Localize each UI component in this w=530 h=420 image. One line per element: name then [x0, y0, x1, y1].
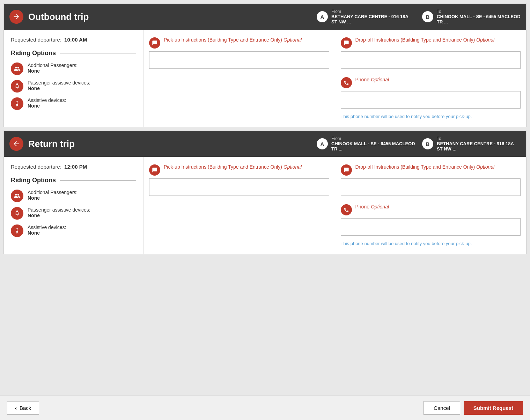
outbound-phone-input[interactable]: [341, 91, 521, 109]
return-dropoff-icon: [341, 164, 352, 176]
return-assistive-passenger-icon: [11, 207, 23, 220]
outbound-departure-label: Requested departure:: [11, 37, 61, 43]
return-pickup-input[interactable]: [149, 178, 329, 196]
return-passengers-value: None: [28, 195, 78, 201]
outbound-title: Outbound trip: [28, 12, 317, 22]
return-trip-card: Return trip A From CHINOOK MALL - SE - 6…: [3, 131, 527, 254]
outbound-route: A From BETHANY CARE CENTRE - 916 18A ST …: [317, 9, 521, 24]
outbound-phone-label-text: Phone Optional: [355, 76, 389, 83]
return-route: A From CHINOOK MALL - SE - 6455 MACLEOD …: [317, 136, 521, 152]
return-assistive-passenger-label: Passenger assistive devices:: [28, 207, 90, 213]
return-from-badge: A: [317, 138, 328, 149]
return-left-panel: Requested departure: 12:00 PM Riding Opt…: [4, 157, 143, 254]
return-from-address: CHINOOK MALL - SE - 6455 MACLEOD TR ...: [331, 141, 415, 152]
outbound-right-panels: Pick-up Instructions (Building Type and …: [143, 30, 526, 127]
outbound-from-address: BETHANY CARE CENTRE - 916 18A ST NW ...: [331, 14, 415, 24]
return-to-address: BETHANY CARE CENTRE - 916 18A ST NW ...: [437, 141, 521, 152]
return-phone-label-row: Phone Optional: [341, 204, 521, 215]
passengers-icon: [11, 62, 23, 75]
bottom-bar: ‹ Back Cancel Submit Request: [0, 396, 530, 420]
outbound-body: Requested departure: 10:00 AM Riding Opt…: [4, 30, 526, 127]
outbound-dropoff-label-text: Drop-off Instructions (Building Type and…: [355, 37, 495, 44]
outbound-arrow-icon: [9, 10, 23, 24]
outbound-to: B To CHINOOK MALL - SE - 6455 MACLEOD TR…: [422, 9, 521, 24]
return-option-assistive-passenger: Passenger assistive devices: None: [11, 207, 136, 220]
return-assistive-devices-label: Assistive devices:: [28, 224, 66, 230]
return-pickup-label-row: Pick-up Instructions (Building Type and …: [149, 164, 329, 176]
return-to-label: To: [437, 136, 521, 141]
return-option-passengers: Additional Passengers: None: [11, 190, 136, 202]
outbound-option-assistive-passenger: Passenger assistive devices: None: [11, 80, 136, 93]
outbound-pickup-input[interactable]: [149, 51, 329, 69]
outbound-dropoff-input[interactable]: [341, 51, 521, 69]
return-arrow-icon: [9, 137, 23, 151]
return-departure-row: Requested departure: 12:00 PM: [11, 164, 136, 170]
outbound-passengers-label: Additional Passengers:: [28, 62, 78, 68]
return-dropoff-input[interactable]: [341, 178, 521, 196]
outbound-option-assistive-devices: Assistive devices: None: [11, 97, 136, 110]
return-title: Return trip: [28, 139, 317, 149]
outbound-header: Outbound trip A From BETHANY CARE CENTRE…: [4, 4, 526, 30]
return-assistive-devices-value: None: [28, 230, 66, 236]
outbound-departure-row: Requested departure: 10:00 AM: [11, 37, 136, 43]
return-assistive-passenger-value: None: [28, 213, 90, 218]
return-dropoff-label-text: Drop-off Instructions (Building Type and…: [355, 164, 495, 171]
back-button[interactable]: ‹ Back: [7, 401, 39, 415]
cancel-button[interactable]: Cancel: [424, 401, 460, 415]
return-departure-label: Requested departure:: [11, 164, 61, 170]
outbound-to-badge: B: [422, 11, 433, 22]
return-passengers-label: Additional Passengers:: [28, 190, 78, 195]
return-dropoff-label-row: Drop-off Instructions (Building Type and…: [341, 164, 521, 176]
return-to: B To BETHANY CARE CENTRE - 916 18A ST NW…: [422, 136, 521, 152]
back-button-label: Back: [20, 405, 31, 411]
outbound-from-badge: A: [317, 11, 328, 22]
outbound-pickup-label-row: Pick-up Instructions (Building Type and …: [149, 37, 329, 49]
submit-button[interactable]: Submit Request: [464, 401, 523, 415]
return-header: Return trip A From CHINOOK MALL - SE - 6…: [4, 131, 526, 157]
return-pickup-col: Pick-up Instructions (Building Type and …: [143, 157, 335, 254]
back-chevron-icon: ‹: [15, 405, 17, 411]
outbound-option-passengers: Additional Passengers: None: [11, 62, 136, 75]
return-from: A From CHINOOK MALL - SE - 6455 MACLEOD …: [317, 136, 415, 152]
outbound-phone-hint: This phone number will be used to notify…: [341, 113, 521, 120]
return-riding-options-title: Riding Options: [11, 177, 136, 184]
outbound-assistive-devices-label: Assistive devices:: [28, 97, 66, 103]
outbound-phone-label-row: Phone Optional: [341, 76, 521, 88]
outbound-passengers-value: None: [28, 68, 78, 74]
outbound-dropoff-label-row: Drop-off Instructions (Building Type and…: [341, 37, 521, 49]
outbound-phone-col: Drop-off Instructions (Building Type and…: [335, 30, 527, 127]
outbound-from-label: From: [331, 9, 415, 14]
return-phone-hint: This phone number will be used to notify…: [341, 241, 521, 247]
outbound-riding-options-title: Riding Options: [11, 50, 136, 57]
return-to-badge: B: [422, 138, 433, 149]
return-phone-icon: [341, 204, 352, 215]
outbound-departure-time: 10:00 AM: [64, 37, 87, 43]
outbound-left-panel: Requested departure: 10:00 AM Riding Opt…: [4, 30, 143, 127]
outbound-pickup-icon: [149, 37, 160, 49]
bottom-right-actions: Cancel Submit Request: [424, 401, 523, 415]
outbound-assistive-devices-value: None: [28, 103, 66, 109]
outbound-assistive-passenger-label: Passenger assistive devices:: [28, 80, 90, 86]
return-from-label: From: [331, 136, 415, 141]
return-passengers-icon: [11, 190, 23, 202]
return-body: Requested departure: 12:00 PM Riding Opt…: [4, 157, 526, 254]
outbound-trip-card: Outbound trip A From BETHANY CARE CENTRE…: [3, 3, 527, 127]
outbound-assistive-passenger-value: None: [28, 86, 90, 91]
outbound-pickup-col: Pick-up Instructions (Building Type and …: [143, 30, 335, 127]
return-dropoff-phone-col: Drop-off Instructions (Building Type and…: [335, 157, 527, 254]
return-pickup-label-text: Pick-up Instructions (Building Type and …: [164, 164, 302, 171]
outbound-phone-icon: [341, 77, 352, 88]
outbound-from: A From BETHANY CARE CENTRE - 916 18A ST …: [317, 9, 415, 24]
return-phone-label-text: Phone Optional: [355, 204, 389, 211]
return-phone-input[interactable]: [341, 218, 521, 236]
outbound-dropoff-icon: [341, 37, 352, 49]
return-option-assistive-devices: Assistive devices: None: [11, 224, 136, 237]
return-wheelchair-icon: [11, 224, 23, 237]
outbound-to-label: To: [437, 9, 521, 14]
return-right-panels: Pick-up Instructions (Building Type and …: [143, 157, 526, 254]
outbound-pickup-label-text: Pick-up Instructions (Building Type and …: [164, 37, 302, 44]
return-pickup-icon: [149, 164, 160, 176]
wheelchair-icon: [11, 97, 23, 110]
outbound-to-address: CHINOOK MALL - SE - 6455 MACLEOD TR ...: [437, 14, 521, 24]
assistive-passenger-icon: [11, 80, 23, 93]
